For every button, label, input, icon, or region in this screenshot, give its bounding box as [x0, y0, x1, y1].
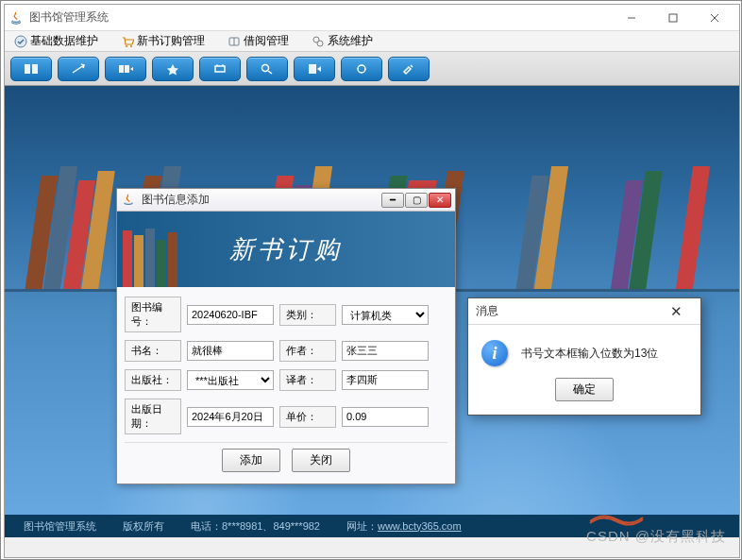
pubdate-label: 出版日期：: [125, 399, 181, 434]
tool-btn-8[interactable]: [341, 57, 382, 81]
svg-point-13: [262, 64, 269, 71]
message-dialog: 消息 ✕ i 书号文本框输入位数为13位 确定: [467, 297, 701, 416]
form-area: 图书编号： 类别： 计算机类 书名： 作者： 出版社： ***出版社 译者： 出…: [117, 287, 455, 484]
price-label: 单价：: [279, 406, 336, 428]
svg-rect-11: [119, 65, 124, 73]
menu-label: 借阅管理: [244, 33, 289, 49]
maximize-button[interactable]: [652, 5, 694, 31]
info-icon: i: [481, 340, 508, 366]
svg-rect-1: [669, 14, 677, 22]
tool-btn-6[interactable]: [246, 57, 288, 81]
message-close-button[interactable]: ✕: [659, 300, 693, 323]
tool-btn-5[interactable]: [199, 57, 241, 81]
translator-input[interactable]: [342, 370, 429, 390]
message-title: 消息: [476, 303, 659, 319]
inner-title: 图书信息添加: [142, 192, 381, 208]
pubdate-input[interactable]: [187, 407, 274, 427]
book-id-input[interactable]: [187, 305, 274, 325]
menubar: 基础数据维护 新书订购管理 借阅管理 系统维护: [5, 31, 739, 52]
book-add-window: 图书信息添加 ━ ▢ ✕ 新书订购 图书编号： 类别： 计算机类: [116, 188, 456, 484]
message-titlebar[interactable]: 消息 ✕: [468, 298, 700, 325]
close-form-button[interactable]: 关闭: [292, 449, 350, 472]
watermark-logo: [588, 510, 645, 527]
tool-btn-9[interactable]: [388, 57, 430, 81]
price-input[interactable]: [342, 407, 429, 427]
svg-point-10: [317, 41, 323, 46]
inner-minimize-button[interactable]: ━: [381, 193, 404, 208]
svg-rect-12: [125, 65, 129, 73]
book-id-label: 图书编号：: [125, 297, 181, 332]
main-titlebar: 图书馆管理系统: [5, 5, 739, 31]
banner: 新书订购: [117, 212, 455, 287]
menu-label: 基础数据维护: [30, 33, 98, 49]
menu-label: 新书订购管理: [137, 33, 205, 49]
banner-text: 新书订购: [229, 233, 343, 266]
message-text: 书号文本框输入位数为13位: [521, 346, 658, 362]
name-input[interactable]: [187, 341, 274, 361]
tool-btn-4[interactable]: [152, 57, 194, 81]
publisher-select[interactable]: ***出版社: [187, 370, 274, 390]
java-icon: [121, 193, 136, 208]
translator-label: 译者：: [279, 369, 336, 391]
category-label: 类别：: [279, 304, 336, 326]
category-select[interactable]: 计算机类: [342, 305, 429, 325]
footer-sys: 图书馆管理系统: [24, 519, 96, 534]
java-icon: [8, 10, 24, 25]
svg-point-16: [358, 65, 365, 73]
inner-close-button[interactable]: ✕: [429, 193, 451, 208]
tool-btn-1[interactable]: [10, 57, 52, 81]
svg-point-6: [130, 45, 132, 47]
footer-copy: 版权所有: [123, 519, 164, 534]
inner-titlebar[interactable]: 图书信息添加 ━ ▢ ✕: [117, 189, 455, 212]
main-window: 图书馆管理系统 基础数据维护 新书订购管理 借阅管理 系统维护: [4, 4, 740, 558]
svg-rect-15: [309, 64, 316, 74]
minimize-button[interactable]: [611, 5, 652, 31]
menu-system-maint[interactable]: 系统维护: [306, 31, 379, 51]
footer-link[interactable]: www.bcty365.com: [378, 520, 462, 532]
tool-btn-3[interactable]: [105, 57, 146, 81]
publisher-label: 出版社：: [125, 369, 181, 391]
message-ok-button[interactable]: 确定: [555, 378, 614, 401]
author-label: 作者：: [279, 340, 336, 362]
tool-btn-7[interactable]: [294, 57, 335, 81]
add-button[interactable]: 添加: [222, 449, 280, 472]
menu-borrow-mgmt[interactable]: 借阅管理: [222, 31, 295, 51]
tool-btn-2[interactable]: [58, 57, 99, 81]
svg-line-14: [268, 71, 272, 74]
inner-maximize-button[interactable]: ▢: [405, 193, 428, 208]
main-title: 图书馆管理系统: [29, 9, 611, 25]
toolbar: [5, 52, 739, 86]
menu-basic-data[interactable]: 基础数据维护: [8, 31, 104, 51]
svg-point-5: [126, 45, 127, 47]
footer-tel: 电话：8***8981、849***982: [191, 519, 320, 534]
name-label: 书名：: [125, 340, 181, 362]
author-input[interactable]: [342, 341, 429, 361]
footer-url: 网址：www.bcty365.com: [346, 519, 462, 534]
menu-label: 系统维护: [328, 33, 373, 49]
menu-new-book-order[interactable]: 新书订购管理: [115, 31, 211, 51]
close-button[interactable]: [694, 5, 735, 31]
